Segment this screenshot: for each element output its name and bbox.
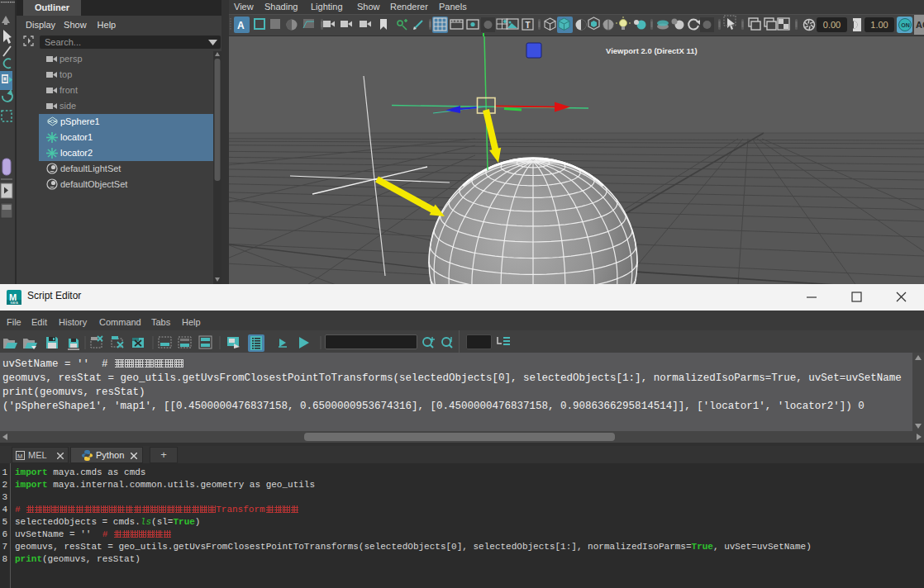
svg-text:T: T bbox=[526, 21, 531, 30]
svg-text:ON: ON bbox=[901, 22, 910, 28]
svg-text:MAYA: MAYA bbox=[11, 301, 19, 305]
svg-text:M: M bbox=[17, 453, 22, 460]
svg-text:Viewport 2.0 (DirectX 11): Viewport 2.0 (DirectX 11) bbox=[606, 46, 698, 55]
svg-text:A: A bbox=[237, 20, 245, 31]
